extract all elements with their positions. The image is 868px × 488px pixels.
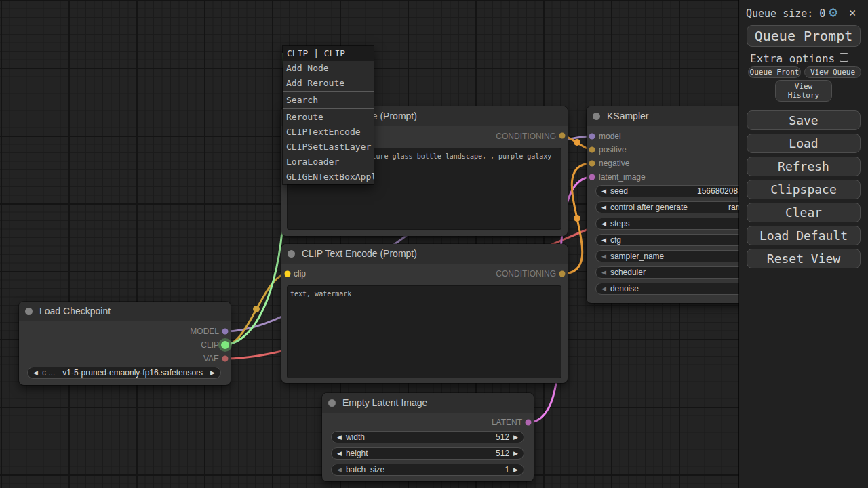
output-latent-label: LATENT — [492, 417, 522, 428]
widget-value: 1566802087 — [697, 186, 743, 196]
queue-size-label: Queue size: 0 — [746, 7, 825, 20]
left-arrow-icon[interactable]: ◀ — [33, 369, 38, 376]
ckpt-name-combo[interactable]: ◀ c ... v1-5-pruned-emaonly-fp16.safeten… — [27, 367, 221, 379]
menu-separator — [283, 92, 374, 92]
left-arrow-icon[interactable]: ◀ — [337, 434, 342, 441]
widget-label: scheduler — [610, 268, 646, 277]
collapse-dot-icon[interactable] — [593, 113, 600, 120]
collapse-dot-icon[interactable] — [288, 250, 295, 258]
queue-prompt-button[interactable]: Queue Prompt — [747, 25, 861, 47]
widget-label: batch_size — [346, 465, 384, 474]
widget-label: c ... — [42, 368, 55, 378]
view-queue-button[interactable]: View Queue — [804, 66, 861, 78]
save-button[interactable]: Save — [747, 110, 861, 130]
comfy-menu-panel: Queue size: 0 ⚙ ✕ Queue Prompt Extra opt… — [739, 0, 868, 488]
settings-gear-icon[interactable]: ⚙ — [829, 3, 837, 20]
close-icon[interactable]: ✕ — [849, 5, 856, 19]
node-title-bar[interactable]: Empty Latent Image — [322, 393, 534, 413]
refresh-button[interactable]: Refresh — [747, 157, 861, 176]
node-graph-canvas[interactable]: Load Checkpoint MODEL CLIP VAE ◀ c ... v… — [0, 0, 868, 488]
widget-label: height — [346, 449, 368, 458]
left-arrow-icon[interactable]: ◀ — [337, 466, 342, 473]
context-menu-title: CLIP | CLIP — [283, 46, 374, 61]
link-midpoint-dot — [253, 306, 260, 312]
node-load-checkpoint[interactable]: Load Checkpoint MODEL CLIP VAE ◀ c ... v… — [19, 302, 231, 385]
menu-item-loraloader[interactable]: LoraLoader — [283, 155, 374, 169]
left-arrow-icon[interactable]: ◀ — [601, 269, 606, 276]
dragging-link-wire — [225, 53, 285, 345]
widget-label: sampler_name — [610, 251, 664, 261]
menu-separator — [283, 108, 374, 109]
left-arrow-icon[interactable]: ◀ — [601, 237, 606, 243]
reset-view-button[interactable]: Reset View — [747, 249, 861, 268]
queue-front-button[interactable]: Queue Front — [748, 66, 801, 78]
batch-size-widget[interactable]: ◀ batch_size 1 ▶ — [331, 464, 524, 476]
prompt-textarea[interactable]: text, watermark — [287, 285, 561, 378]
link-midpoint-dot — [574, 139, 580, 146]
node-title: Empty Latent Image — [342, 393, 427, 413]
menu-item-add-reroute[interactable]: Add Reroute — [283, 76, 374, 91]
right-arrow-icon[interactable]: ▶ — [513, 466, 518, 473]
clear-button[interactable]: Clear — [747, 203, 861, 222]
node-empty-latent-image[interactable]: Empty Latent Image LATENT ◀ width 512 ▶ … — [322, 393, 534, 481]
menu-item-cliptextencode[interactable]: CLIPTextEncode — [283, 125, 374, 140]
input-negative-label: negative — [599, 158, 629, 169]
menu-item-clipsetlastlayer[interactable]: CLIPSetLastLayer — [283, 140, 374, 155]
widget-value: 512 — [496, 432, 509, 442]
widget-value: 512 — [496, 449, 509, 458]
left-arrow-icon[interactable]: ◀ — [601, 220, 606, 227]
node-title-bar[interactable]: CLIP Text Encode (Prompt) — [281, 244, 568, 264]
output-clip-label: CLIP — [201, 340, 219, 350]
collapse-dot-icon[interactable] — [25, 308, 33, 315]
output-model-label: MODEL — [190, 326, 219, 337]
widget-value: v1-5-pruned-emaonly-fp16.safetensors — [62, 368, 203, 378]
right-arrow-icon[interactable]: ▶ — [210, 369, 215, 376]
menu-item-reroute[interactable]: Reroute — [283, 110, 374, 125]
widget-label: control after generate — [610, 203, 688, 212]
left-arrow-icon[interactable]: ◀ — [601, 285, 606, 292]
node-title: Load Checkpoint — [39, 302, 111, 321]
left-arrow-icon[interactable]: ◀ — [337, 450, 342, 457]
collapse-dot-icon[interactable] — [328, 399, 336, 407]
extra-options-label: Extra options — [750, 52, 835, 65]
height-widget[interactable]: ◀ height 512 ▶ — [331, 447, 524, 460]
extra-options-checkbox[interactable] — [840, 53, 848, 62]
input-positive-label: positive — [599, 144, 627, 155]
output-conditioning-label: CONDITIONING — [496, 268, 556, 279]
menu-item-search[interactable]: Search — [283, 93, 374, 108]
clipspace-button[interactable]: Clipspace — [747, 180, 861, 199]
widget-label: steps — [610, 219, 630, 228]
menu-item-add-node[interactable]: Add Node — [283, 61, 374, 76]
clip-wire — [225, 274, 288, 345]
input-model-label: model — [599, 131, 621, 142]
node-title: CLIP Text Encode (Prompt) — [302, 244, 417, 264]
input-latent-image-label: latent_image — [599, 171, 646, 182]
widget-label: seed — [610, 186, 628, 196]
output-vae-label: VAE — [203, 353, 219, 364]
widget-label: width — [346, 432, 365, 442]
node-title: KSampler — [607, 106, 648, 126]
left-arrow-icon[interactable]: ◀ — [601, 253, 606, 260]
menu-item-gligentextboxapply[interactable]: GLIGENTextBoxApply — [283, 169, 374, 184]
load-default-button[interactable]: Load Default — [747, 226, 861, 245]
widget-label: cfg — [610, 235, 621, 245]
output-conditioning-label: CONDITIONING — [496, 131, 556, 142]
widget-value: 1 — [505, 465, 509, 474]
right-arrow-icon[interactable]: ▶ — [513, 434, 518, 441]
left-arrow-icon[interactable]: ◀ — [601, 188, 606, 195]
node-clip-text-encode-negative[interactable]: CLIP Text Encode (Prompt) clip CONDITION… — [281, 244, 568, 383]
input-clip-label: clip — [294, 268, 306, 279]
widget-label: denoise — [610, 284, 639, 293]
right-arrow-icon[interactable]: ▶ — [513, 450, 518, 457]
width-widget[interactable]: ◀ width 512 ▶ — [331, 431, 524, 443]
link-midpoint-dot — [574, 215, 580, 222]
context-menu: CLIP | CLIP Add Node Add Reroute Search … — [283, 46, 374, 184]
view-history-button[interactable]: View History — [775, 80, 832, 102]
load-button[interactable]: Load — [747, 134, 861, 153]
node-title-bar[interactable]: Load Checkpoint — [19, 302, 231, 321]
left-arrow-icon[interactable]: ◀ — [601, 204, 606, 211]
